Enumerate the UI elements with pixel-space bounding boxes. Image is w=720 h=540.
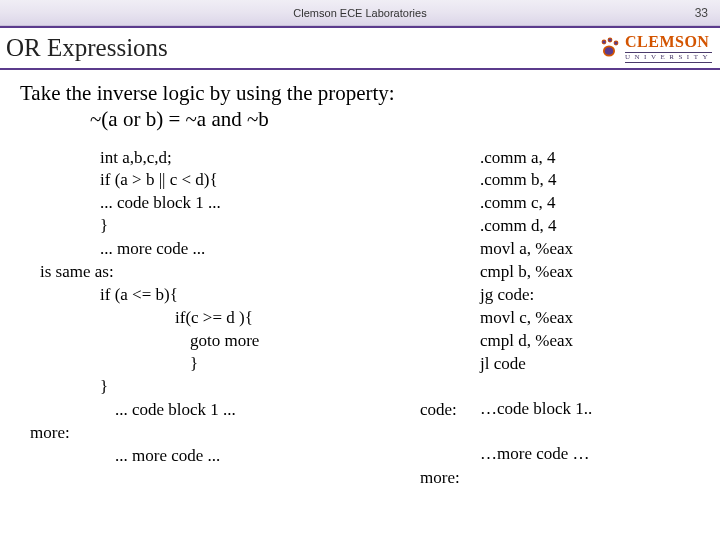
- slide-title: OR Expressions: [6, 34, 168, 62]
- logo-main: CLEMSON: [625, 34, 712, 50]
- title-bar: OR Expressions CLEMSON UNIVERSITY: [0, 26, 720, 70]
- svg-point-5: [608, 38, 611, 41]
- asm-line: .comm b, 4: [480, 169, 720, 192]
- code-columns: int a,b,c,d; if (a > b || c < d){ ... co…: [20, 147, 720, 468]
- c-line: ... code block 1 ...: [20, 399, 420, 422]
- same-as: is same as:: [20, 261, 420, 284]
- logo-sub: UNIVERSITY: [625, 52, 712, 63]
- c-line: }: [20, 376, 420, 399]
- intro-line2: ~(a or b) = ~a and ~b: [20, 106, 720, 132]
- asm-line: .comm c, 4: [480, 192, 720, 215]
- c-line: ... more code ...: [20, 445, 420, 468]
- asm-line: jl code: [480, 353, 720, 376]
- asm-label-code: code:: [420, 399, 457, 422]
- asm-line: cmpl b, %eax: [480, 261, 720, 284]
- header-bar: Clemson ECE Laboratories: [0, 0, 720, 26]
- c-line: if (a > b || c < d){: [20, 169, 420, 192]
- c-line: if (a <= b){: [20, 284, 420, 307]
- asm-line: movl a, %eax: [480, 238, 720, 261]
- page-number: 33: [695, 6, 708, 20]
- c-line: }: [20, 353, 420, 376]
- asm-label-more: more:: [420, 467, 460, 490]
- clemson-logo: CLEMSON UNIVERSITY: [597, 34, 712, 63]
- asm-labels: code: more:: [420, 147, 480, 468]
- c-line: int a,b,c,d;: [20, 147, 420, 170]
- content-area: Take the inverse logic by using the prop…: [0, 70, 720, 468]
- asm-line: cmpl d, %eax: [480, 330, 720, 353]
- intro-line1: Take the inverse logic by using the prop…: [20, 80, 720, 106]
- paw-icon: [597, 36, 621, 60]
- logo-text: CLEMSON UNIVERSITY: [625, 34, 712, 63]
- c-line: ... more code ...: [20, 238, 420, 261]
- c-line: goto more: [20, 330, 420, 353]
- svg-point-4: [602, 40, 605, 43]
- svg-point-7: [605, 47, 613, 55]
- more-label: more:: [20, 422, 420, 445]
- asm-line: movl c, %eax: [480, 307, 720, 330]
- asm-line: .comm a, 4: [480, 147, 720, 170]
- asm-line: …more code …: [480, 443, 720, 466]
- c-line: }: [20, 215, 420, 238]
- c-line: ... code block 1 ...: [20, 192, 420, 215]
- svg-point-6: [614, 41, 617, 44]
- asm-line: jg code:: [480, 284, 720, 307]
- asm-lines: .comm a, 4 .comm b, 4 .comm c, 4 .comm d…: [480, 147, 720, 468]
- c-code-column: int a,b,c,d; if (a > b || c < d){ ... co…: [20, 147, 420, 468]
- lab-name: Clemson ECE Laboratories: [293, 7, 426, 19]
- c-line: if(c >= d ){: [20, 307, 420, 330]
- asm-column: code: more: .comm a, 4 .comm b, 4 .comm …: [420, 147, 720, 468]
- asm-line: …code block 1..: [480, 398, 720, 421]
- asm-line: .comm d, 4: [480, 215, 720, 238]
